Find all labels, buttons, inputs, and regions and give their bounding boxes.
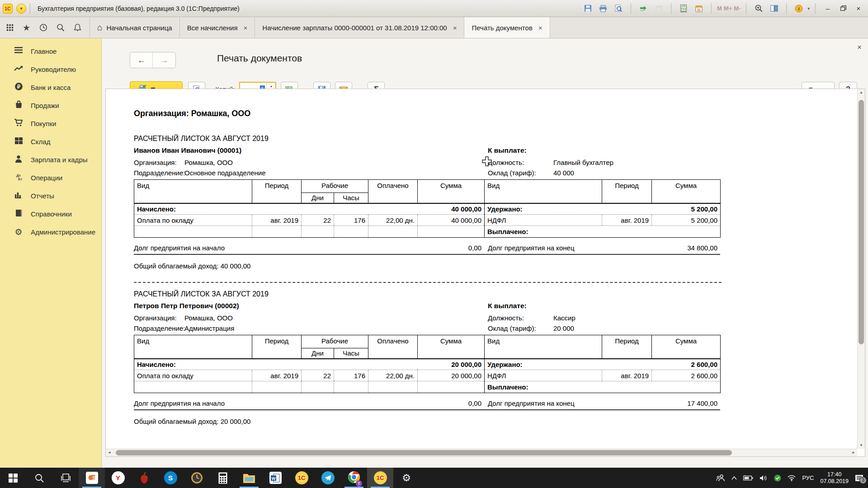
sidebar-item-salary-hr[interactable]: Зарплата и кадры <box>0 150 101 169</box>
1c-app-icon[interactable]: 1С <box>288 468 315 488</box>
info-icon[interactable]: i <box>792 3 806 14</box>
wifi-icon[interactable] <box>788 475 796 481</box>
taskbar-search-icon[interactable] <box>26 468 52 488</box>
tab-print-documents[interactable]: Печать документов × <box>464 17 550 38</box>
report-content: Организация: Ромашка, ООО РАСЧЕТНЫЙ ЛИСТ… <box>106 89 857 449</box>
calendar-icon[interactable]: 31 <box>692 3 706 14</box>
chrome-icon[interactable]: T <box>341 468 367 488</box>
navigation-buttons: ← → <box>130 52 176 68</box>
cart-icon <box>14 119 24 128</box>
bag-icon <box>14 100 24 110</box>
sidebar-item-bank-cash[interactable]: ₽ Банк и касса <box>0 78 101 96</box>
tab-home[interactable]: ⌂ Начальная страница <box>90 17 180 38</box>
sidebar-item-warehouse[interactable]: Склад <box>0 132 101 150</box>
people-icon[interactable] <box>716 474 725 482</box>
tab-close-icon[interactable]: × <box>244 24 248 32</box>
forward-button[interactable]: → <box>153 52 175 68</box>
main-menu-dropdown[interactable]: ▾ <box>16 4 26 14</box>
tab-close-icon[interactable]: × <box>538 24 542 32</box>
sidebar-item-purchases[interactable]: Покупки <box>0 114 101 132</box>
horizontal-scroll-thumb[interactable] <box>116 450 732 455</box>
payslip-petrov: РАСЧЕТНЫЙ ЛИСТОК ЗА АВГУСТ 2019 Петров П… <box>134 290 857 427</box>
split-view-icon[interactable] <box>767 3 781 14</box>
tab-label: Все начисления <box>187 24 238 32</box>
start-button[interactable] <box>0 468 26 488</box>
book-icon <box>14 209 24 219</box>
page-title: Печать документов <box>217 53 302 64</box>
apple-app-icon[interactable] <box>131 468 157 488</box>
tab-all-accruals[interactable]: Все начисления × <box>180 17 255 38</box>
explorer-icon[interactable] <box>236 468 262 488</box>
debt-row: Долг предприятия на начало 0,00 Долг пре… <box>134 243 720 255</box>
print-documents-panel: × ← → Печать документов Печать Копий: 1 … <box>102 38 868 468</box>
sidebar-item-reports[interactable]: Отчеты <box>0 187 101 205</box>
scroll-left-icon[interactable]: ◄ <box>108 450 111 455</box>
memory-mplus-button[interactable]: M+ <box>724 5 732 12</box>
spreadsheet-document[interactable]: Организация: Ромашка, ООО РАСЧЕТНЫЙ ЛИСТ… <box>105 89 865 457</box>
yandex-icon[interactable]: Y <box>105 468 131 488</box>
horizontal-scrollbar[interactable]: ◄ ► <box>106 449 857 456</box>
windows-taskbar: Y S W 1С T <box>0 468 868 488</box>
memory-mminus-button[interactable]: M- <box>734 5 741 12</box>
apps-grid-icon[interactable] <box>6 24 14 31</box>
scroll-up-icon[interactable]: ▲ <box>858 90 865 94</box>
calculator-icon[interactable] <box>677 3 690 14</box>
taskbar-gear-icon[interactable]: ⚙ <box>393 468 420 488</box>
tab-close-icon[interactable]: × <box>453 24 457 32</box>
form-close-icon[interactable]: × <box>857 43 862 52</box>
person-icon <box>14 155 24 164</box>
back-button[interactable]: ← <box>130 52 153 68</box>
export-icon[interactable] <box>637 3 650 14</box>
print-icon[interactable] <box>596 3 610 14</box>
info-caret-icon[interactable]: ▾ <box>807 6 810 11</box>
calculator-app-icon[interactable] <box>210 468 236 488</box>
word-icon[interactable]: W <box>262 468 288 488</box>
restore-button[interactable] <box>836 5 850 12</box>
scroll-right-icon[interactable]: ► <box>852 450 855 455</box>
clock-app-icon[interactable] <box>184 468 210 488</box>
print-copy-icon <box>652 3 665 14</box>
star-icon[interactable]: ★ <box>23 23 30 33</box>
telegram-icon[interactable] <box>315 468 341 488</box>
tab-payroll-document[interactable]: Начисление зарплаты 0000-000001 от 31.08… <box>255 17 464 38</box>
powerpoint-icon[interactable] <box>79 468 105 488</box>
history-icon[interactable] <box>39 23 47 32</box>
gear-icon: ⚙ <box>14 227 24 237</box>
sidebar-item-directories[interactable]: Справочники <box>0 205 101 223</box>
chart-icon <box>14 192 24 200</box>
scroll-down-icon[interactable]: ▼ <box>858 443 865 447</box>
ruble-icon: ₽ <box>14 82 24 93</box>
shield-icon[interactable] <box>774 474 781 482</box>
speaker-icon[interactable] <box>760 475 768 481</box>
preview-icon[interactable] <box>612 3 625 14</box>
chevron-up-icon[interactable] <box>731 476 737 480</box>
notification-icon[interactable]: 3 <box>855 474 863 482</box>
sidebar-item-manager[interactable]: Руководителю <box>0 60 101 78</box>
zoom-in-icon[interactable] <box>752 3 765 14</box>
sidebar-item-operations[interactable]: ДтКт Операции <box>0 169 101 187</box>
skype-icon[interactable]: S <box>157 468 184 488</box>
save-icon[interactable] <box>581 3 594 14</box>
section-sidebar: Главное Руководителю ₽ Банк и касса Прод… <box>0 38 102 468</box>
clock[interactable]: 17:40 07.08.2019 <box>820 471 849 485</box>
minimize-button[interactable]: – <box>821 5 835 12</box>
memory-m-button[interactable]: M <box>717 5 722 12</box>
home-icon: ⌂ <box>97 23 102 33</box>
vertical-scroll-thumb[interactable] <box>859 100 864 344</box>
close-button[interactable]: × <box>852 5 865 12</box>
language-indicator[interactable]: РУС <box>802 474 814 481</box>
bell-icon[interactable] <box>74 23 81 32</box>
warehouse-icon <box>14 137 24 146</box>
tab-label: Начисление зарплаты 0000-000001 от 31.08… <box>262 24 447 32</box>
sidebar-item-main[interactable]: Главное <box>0 42 101 60</box>
taxable-income: Общий облагаемый доход: 40 000,00 <box>134 261 857 271</box>
1c-active-icon[interactable]: 1С <box>367 468 393 488</box>
mouse-cursor <box>482 156 492 168</box>
vertical-scrollbar[interactable]: ▲ ▼ <box>857 89 865 449</box>
1c-logo-icon: 1С <box>3 4 13 14</box>
search-icon[interactable] <box>57 23 65 32</box>
sidebar-item-administration[interactable]: ⚙ Администрирование <box>0 223 101 241</box>
battery-icon[interactable] <box>743 475 753 481</box>
task-view-icon[interactable] <box>52 468 79 488</box>
sidebar-item-sales[interactable]: Продажи <box>0 96 101 114</box>
